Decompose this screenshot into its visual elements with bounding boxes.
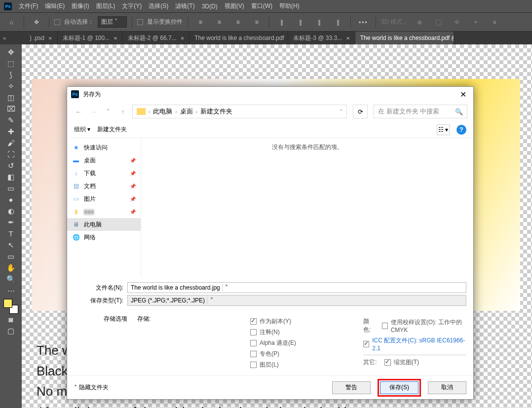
new-folder-button[interactable]: 新建文件夹 xyxy=(97,125,127,134)
sidebar-item-thispc[interactable]: 🖥此电脑 xyxy=(67,218,141,231)
tab-handle[interactable]: » xyxy=(0,32,25,44)
hand-tool-icon[interactable]: ✋ xyxy=(2,262,19,273)
thumb-checkbox[interactable] xyxy=(384,359,391,366)
dodge-tool-icon[interactable]: ◐ xyxy=(2,205,19,217)
sidebar-item-pictures[interactable]: ▭图片📌 xyxy=(67,192,141,205)
tab-active[interactable]: The world is like a chessboard.pdf @ 66.… xyxy=(355,32,454,44)
distribute-icon[interactable]: ‖ xyxy=(331,16,345,29)
pen-tool-icon[interactable]: ✒ xyxy=(2,217,19,228)
organize-button[interactable]: 组织 ▾ xyxy=(74,125,90,134)
up-icon[interactable]: ↑ xyxy=(117,108,128,115)
copy-checkbox[interactable] xyxy=(250,318,257,325)
sidebar-item-downloads[interactable]: ↓下载📌 xyxy=(67,167,141,180)
sidebar-item-folder[interactable]: ▮▮▮▮📌 xyxy=(67,205,141,218)
menu-edit[interactable]: 编辑(E) xyxy=(45,2,65,10)
breadcrumb[interactable]: › 此电脑 › 桌面 › 新建文件夹 ˅ xyxy=(132,105,347,118)
close-icon[interactable]: × xyxy=(181,35,185,42)
tab[interactable]: ) .psd× xyxy=(25,32,58,44)
sidebar-item-quickaccess[interactable]: ★快速访问 xyxy=(67,141,141,154)
align-icon[interactable]: ≡ xyxy=(249,16,264,29)
sidebar-item-desktop[interactable]: ▬桌面📌 xyxy=(67,154,141,167)
show-transform-checkbox[interactable] xyxy=(137,19,143,25)
move-tool-icon[interactable]: ✥ xyxy=(2,46,19,58)
sidebar-item-documents[interactable]: ▤文档📌 xyxy=(67,180,141,192)
tab[interactable]: 未标题-2 @ 66.7...× xyxy=(123,32,190,44)
spot-checkbox[interactable] xyxy=(250,351,257,357)
menu-help[interactable]: 帮助(H) xyxy=(279,2,300,10)
auto-select-checkbox[interactable] xyxy=(54,19,60,25)
hide-folders-toggle[interactable]: ˄ 隐藏文件夹 xyxy=(74,383,109,392)
chevron-down-icon[interactable]: ˅ xyxy=(222,284,231,291)
crumb-item[interactable]: 此电脑 xyxy=(153,107,172,116)
eyedropper-tool-icon[interactable]: ✎ xyxy=(2,114,19,126)
tab[interactable]: The world is like a chessboard.pdf× xyxy=(190,32,288,44)
brush-tool-icon[interactable]: 🖌 xyxy=(2,137,19,148)
layers-checkbox[interactable] xyxy=(250,362,257,368)
auto-select-dropdown[interactable]: 图层 ˅ xyxy=(98,16,127,28)
align-icon[interactable]: ≡ xyxy=(230,16,245,29)
more-icon[interactable]: ••• xyxy=(356,16,371,29)
align-icon[interactable]: ≡ xyxy=(212,16,227,29)
tab[interactable]: 未标题-1 @ 100...× xyxy=(58,32,123,44)
close-icon[interactable]: ✕ xyxy=(457,90,469,99)
chevron-down-icon[interactable]: ˅ xyxy=(340,109,342,114)
menu-select[interactable]: 选择(S) xyxy=(149,2,168,10)
crumb-item[interactable]: 新建文件夹 xyxy=(200,107,232,116)
fg-color-swatch[interactable] xyxy=(3,299,12,308)
warning-button[interactable]: 警告 xyxy=(332,381,371,394)
history-brush-icon[interactable]: ↺ xyxy=(2,160,19,171)
menu-window[interactable]: 窗口(W) xyxy=(251,2,272,10)
notes-checkbox[interactable] xyxy=(250,329,257,335)
blur-tool-icon[interactable]: ● xyxy=(2,194,19,205)
icc-checkbox[interactable] xyxy=(363,341,369,347)
close-icon[interactable]: × xyxy=(48,35,52,42)
close-icon[interactable]: × xyxy=(114,35,117,42)
close-icon[interactable]: × xyxy=(346,35,350,42)
proof-checkbox[interactable] xyxy=(382,323,387,329)
search-input[interactable]: 在 新建文件夹 中搜索 🔍 xyxy=(374,105,467,118)
type-tool-icon[interactable]: T xyxy=(2,228,19,239)
menu-3d[interactable]: 3D(D) xyxy=(202,3,218,10)
menu-type[interactable]: 文字(Y) xyxy=(122,2,142,10)
color-swatches[interactable] xyxy=(3,299,18,314)
forward-icon[interactable]: → xyxy=(88,108,99,115)
menu-view[interactable]: 视图(V) xyxy=(225,2,244,10)
lasso-tool-icon[interactable]: ⟆ xyxy=(2,69,19,80)
gradient-tool-icon[interactable]: ▭ xyxy=(2,183,19,194)
path-tool-icon[interactable]: ↖ xyxy=(2,239,19,251)
frame-tool-icon[interactable]: ⌧ xyxy=(2,103,19,114)
shape-tool-icon[interactable]: ▭ xyxy=(2,251,19,262)
screen-mode-icon[interactable]: ▢ xyxy=(2,325,19,336)
back-icon[interactable]: ← xyxy=(73,108,84,115)
home-icon[interactable]: ⌂ xyxy=(4,16,19,29)
menu-filter[interactable]: 滤镜(T) xyxy=(175,2,194,10)
help-icon[interactable]: ? xyxy=(456,125,466,135)
alpha-checkbox[interactable] xyxy=(250,340,257,346)
zoom-tool-icon[interactable]: 🔍 xyxy=(2,273,19,285)
chevron-down-icon[interactable]: ˅ xyxy=(207,297,216,304)
eraser-tool-icon[interactable]: ◧ xyxy=(2,171,19,183)
menu-image[interactable]: 图像(I) xyxy=(72,2,89,10)
sidebar-item-network[interactable]: 🌐网络 xyxy=(67,231,141,244)
refresh-icon[interactable]: ⟳ xyxy=(353,105,368,118)
save-button[interactable]: 保存(S) xyxy=(380,381,418,394)
edit-toolbar-icon[interactable]: ⋯ xyxy=(2,285,19,296)
view-mode-button[interactable]: ☷ ▾ xyxy=(437,124,450,135)
menu-file[interactable]: 文件(F) xyxy=(19,2,38,10)
menu-layer[interactable]: 图层(L) xyxy=(96,2,115,10)
move-tool-icon[interactable]: ✥ xyxy=(29,16,44,29)
stamp-tool-icon[interactable]: ⛶ xyxy=(2,148,19,160)
mask-mode-icon[interactable]: ◙ xyxy=(2,314,19,325)
align-icon[interactable]: ≡ xyxy=(193,16,208,29)
filetype-select[interactable]: JPEG (*.JPG;*.JPEG;*.JPE)˅ xyxy=(127,295,466,306)
heal-tool-icon[interactable]: ✚ xyxy=(2,126,19,137)
crop-tool-icon[interactable]: ◫ xyxy=(2,92,19,103)
distribute-icon[interactable]: ‖ xyxy=(312,16,327,29)
chevron-down-icon[interactable]: ˅ xyxy=(103,108,114,115)
tab[interactable]: 未标题-3 @ 33.3...× xyxy=(288,32,355,44)
distribute-icon[interactable]: ‖ xyxy=(293,16,308,29)
filename-input[interactable]: The world is like a chessboard.jpg˅ xyxy=(127,282,466,293)
crumb-item[interactable]: 桌面 xyxy=(180,107,193,116)
marquee-tool-icon[interactable]: ⬚ xyxy=(2,58,19,69)
distribute-icon[interactable]: ‖ xyxy=(274,16,289,29)
